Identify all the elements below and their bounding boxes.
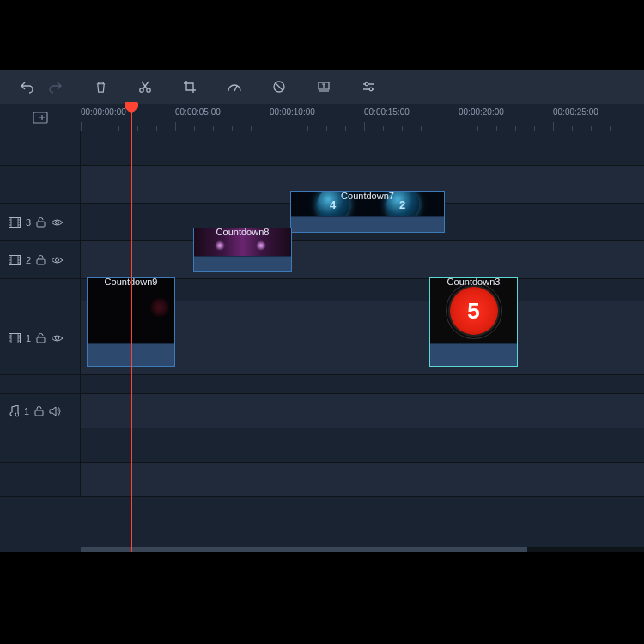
ruler-tick — [81, 122, 82, 131]
ruler-tick-minor — [118, 126, 119, 131]
track-header — [0, 428, 81, 462]
redo-button[interactable] — [43, 74, 69, 100]
svg-point-12 — [56, 258, 59, 262]
delete-button[interactable] — [88, 74, 113, 100]
film-icon — [9, 255, 21, 265]
music-icon — [9, 405, 19, 417]
film-icon — [9, 217, 21, 228]
speaker-icon[interactable] — [49, 406, 61, 416]
ruler-tick-minor — [572, 126, 573, 131]
svg-rect-14 — [37, 337, 45, 343]
ruler-label: 00:00:05:00 — [175, 107, 221, 117]
track-header: 2 — [0, 241, 81, 278]
ruler-tick-minor — [383, 126, 384, 131]
track-body[interactable]: Countdown742 — [81, 204, 644, 240]
lock-open-icon[interactable] — [34, 405, 44, 416]
time-ruler[interactable]: 00:00:00:0000:00:05:0000:00:10:0000:00:1… — [81, 104, 644, 131]
track-body[interactable] — [81, 394, 644, 428]
ruler-tick — [270, 122, 270, 131]
scrollbar-thumb[interactable] — [81, 547, 527, 552]
ruler-label: 00:00:15:00 — [364, 107, 410, 117]
track-header: 1 — [0, 394, 81, 428]
adjust-button[interactable] — [355, 74, 381, 100]
undo-button[interactable] — [14, 74, 39, 100]
track-spacer-top — [0, 131, 644, 166]
track-body[interactable] — [81, 131, 644, 165]
clip-audio-strip — [194, 256, 291, 271]
ruler-tick-minor — [591, 126, 592, 131]
track-header: 1 — [0, 301, 81, 374]
svg-rect-8 — [37, 222, 45, 227]
video-editor-timeline: 00:00:00:0000:00:05:0000:00:10:0000:00:1… — [0, 70, 644, 552]
track-body[interactable] — [81, 428, 644, 462]
clip-title: Countdown3 — [447, 276, 501, 287]
track-body[interactable] — [81, 375, 644, 393]
ruler-tick-minor — [251, 126, 252, 131]
countdown-disc-icon: 5 — [450, 287, 498, 335]
ruler-tick-minor — [137, 126, 138, 131]
track-header — [0, 166, 81, 203]
horizontal-scrollbar[interactable] — [81, 547, 644, 552]
eye-icon[interactable] — [51, 256, 64, 264]
ruler-tick-minor — [440, 126, 440, 131]
speed-button[interactable] — [222, 74, 247, 100]
ruler-tick — [459, 122, 459, 131]
track-header — [0, 375, 81, 393]
ruler-label: 00:00:20:00 — [459, 107, 504, 117]
svg-point-4 — [365, 82, 368, 86]
clip-thumbnail: 5 — [430, 278, 517, 343]
ruler-tick-minor — [100, 126, 100, 131]
ruler-label: 00:00:10:00 — [270, 107, 315, 117]
ruler-label: 00:00:00:00 — [81, 107, 126, 117]
eye-icon[interactable] — [51, 334, 64, 343]
ruler-tick-minor — [629, 126, 629, 131]
cut-button[interactable] — [132, 74, 158, 100]
track-number: 1 — [24, 406, 29, 416]
track-body[interactable]: Countdown9Countdown35 — [81, 301, 644, 374]
track-number: 3 — [26, 217, 31, 228]
eye-icon[interactable] — [51, 218, 64, 227]
track-spacer-5 — [0, 428, 644, 463]
toolbar — [0, 70, 644, 104]
ruler-tick-minor — [402, 126, 403, 131]
ruler-tick-minor — [477, 126, 478, 131]
track-video1: 1Countdown9Countdown35 — [0, 301, 644, 375]
ruler-tick-minor — [515, 126, 516, 131]
add-track-button[interactable] — [0, 104, 81, 131]
track-number: 1 — [26, 333, 31, 343]
color-correction-button[interactable] — [266, 74, 292, 100]
track-body[interactable] — [81, 463, 644, 496]
playhead[interactable] — [131, 104, 132, 552]
track-body[interactable]: Countdown8 — [81, 241, 644, 278]
ruler-tick-minor — [496, 126, 497, 131]
ruler-tick-minor — [610, 126, 611, 131]
tracks-area: 3Countdown7422Countdown81Countdown9Count… — [0, 131, 644, 552]
ruler-tick-minor — [421, 126, 422, 131]
ruler-tick-minor — [232, 126, 233, 131]
lock-open-icon[interactable] — [36, 216, 46, 228]
ruler-tick — [553, 122, 554, 131]
lock-open-icon[interactable] — [36, 254, 46, 265]
track-spacer-4 — [0, 375, 644, 394]
ruler-tick-minor — [345, 126, 346, 131]
lock-open-icon[interactable] — [36, 332, 46, 343]
clip-title: Countdown7 — [341, 191, 394, 201]
clip-title: Countdown8 — [216, 227, 270, 237]
track-video3: 3Countdown742 — [0, 204, 644, 241]
text-overlay-button[interactable] — [311, 74, 337, 100]
track-header — [0, 279, 81, 301]
ruler-tick-minor — [156, 126, 157, 131]
clip-c7[interactable]: Countdown742 — [290, 191, 445, 233]
clip-c3[interactable]: Countdown35 — [429, 277, 518, 367]
track-spacer-6 — [0, 463, 644, 497]
playhead-handle-icon[interactable] — [125, 102, 138, 114]
svg-point-5 — [369, 88, 373, 91]
ruler-tick-minor — [289, 126, 289, 131]
ruler-tick-minor — [194, 126, 195, 131]
crop-button[interactable] — [177, 74, 203, 100]
track-audio1: 1 — [0, 394, 644, 428]
clip-c8[interactable]: Countdown8 — [193, 228, 292, 272]
ruler-tick-minor — [534, 126, 535, 131]
clip-audio-strip — [430, 343, 517, 366]
ruler-tick — [175, 122, 176, 131]
